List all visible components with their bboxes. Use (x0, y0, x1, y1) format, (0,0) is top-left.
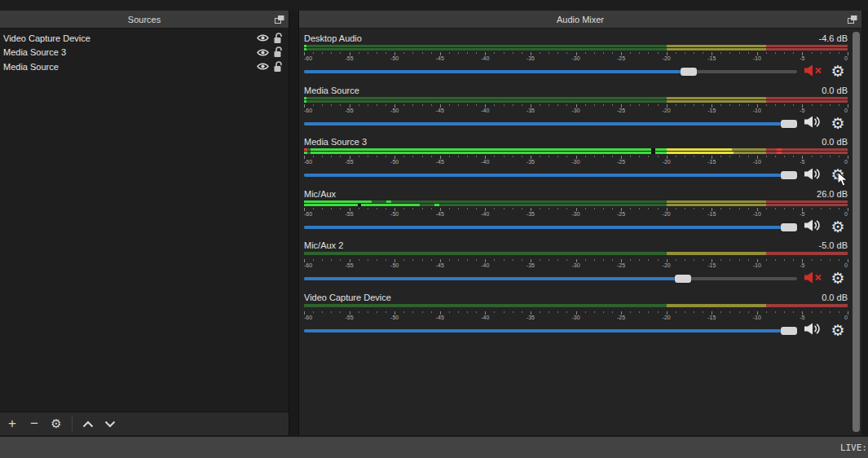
slider-fill (304, 277, 683, 280)
lock-icon[interactable] (271, 46, 284, 58)
scale-tick (612, 311, 613, 313)
move-source-up-button[interactable] (82, 416, 95, 431)
scrollbar-thumb[interactable] (853, 32, 860, 432)
scale-tick (848, 259, 848, 262)
meter-channel (304, 200, 848, 203)
scale-tick (766, 259, 767, 261)
scale-tick (403, 156, 404, 157)
meter-segment (386, 200, 391, 203)
scale-tick (431, 208, 432, 209)
eye-visibility-icon[interactable] (256, 33, 269, 44)
scale-tick (676, 52, 676, 54)
add-source-button[interactable]: + (6, 416, 19, 431)
scale-tick (658, 259, 659, 261)
scale-tick (739, 208, 740, 209)
scale-tick (739, 104, 740, 106)
lock-icon[interactable] (271, 33, 284, 44)
scale-tick (703, 52, 703, 54)
settings-gear-button[interactable]: ⚙ (828, 271, 848, 287)
volume-slider[interactable] (304, 170, 797, 180)
scale-tick (821, 311, 822, 313)
meter-channel (304, 48, 848, 51)
scale-tick (467, 208, 468, 209)
scale-tick (748, 208, 749, 209)
live-status-label: LIVE: (840, 443, 867, 453)
scale-tick-label: -20 (663, 108, 671, 113)
scale-tick (386, 208, 386, 209)
mute-button[interactable] (800, 170, 828, 182)
settings-gear-button[interactable]: ⚙ (828, 167, 848, 183)
scale-tick (422, 156, 423, 157)
scale-tick (359, 156, 359, 157)
mixer-row-head: Desktop Audio-4.6 dB (304, 32, 848, 43)
scale-tick (313, 311, 314, 313)
scale-tick (612, 259, 613, 261)
scale-tick-label: -45 (436, 108, 444, 113)
float-panel-icon[interactable] (275, 15, 284, 24)
volume-slider[interactable] (304, 67, 797, 77)
source-item[interactable]: Media Source (0, 59, 289, 74)
scale-tick (821, 52, 822, 54)
scale-tick (676, 104, 676, 106)
mute-button-muted[interactable] (800, 273, 828, 285)
source-item[interactable]: Media Source 3 (0, 46, 289, 60)
remove-source-button[interactable]: − (28, 416, 41, 431)
scale-tick (748, 259, 749, 261)
volume-slider[interactable] (304, 326, 797, 336)
scale-tick (504, 259, 504, 261)
volume-slider[interactable] (304, 222, 797, 232)
volume-slider[interactable] (304, 274, 797, 284)
status-bar: LIVE: (0, 437, 868, 458)
source-item-label: Media Source (3, 62, 253, 72)
scale-tick (639, 208, 640, 209)
settings-gear-button[interactable]: ⚙ (828, 64, 848, 80)
scale-tick (685, 311, 685, 313)
scale-tick (422, 259, 423, 261)
move-source-down-button[interactable] (104, 416, 117, 431)
sources-toolbar: +−⚙ (0, 412, 289, 435)
scale-tick-label: -40 (481, 55, 489, 61)
scale-tick (685, 259, 685, 261)
lock-icon[interactable] (271, 61, 284, 73)
source-item[interactable]: Video Capture Device (0, 31, 289, 46)
slider-handle[interactable] (781, 120, 797, 128)
scale-tick (812, 259, 813, 261)
scale-tick (720, 52, 721, 54)
audio-mixer-body: Desktop Audio-4.6 dB-60-55-50-45-40-35-3… (299, 29, 861, 435)
settings-gear-button[interactable]: ⚙ (828, 323, 848, 339)
slider-handle[interactable] (681, 68, 697, 76)
slider-handle[interactable] (781, 327, 797, 335)
eye-visibility-icon[interactable] (256, 61, 269, 73)
mute-button-muted[interactable] (800, 66, 828, 78)
source-properties-button[interactable]: ⚙ (50, 416, 63, 431)
scale-tick (313, 52, 314, 54)
scale-tick-label: -45 (436, 211, 444, 217)
scale-tick (540, 208, 540, 209)
eye-visibility-icon[interactable] (256, 46, 269, 58)
scale-tick (694, 52, 694, 54)
scale-tick (549, 52, 549, 54)
scale-tick (368, 311, 368, 313)
scale-tick (340, 311, 341, 313)
slider-handle[interactable] (781, 223, 797, 231)
float-panel-icon[interactable] (848, 15, 857, 24)
mixer-source-name: Desktop Audio (304, 33, 362, 43)
settings-gear-button[interactable]: ⚙ (828, 219, 848, 236)
mute-button[interactable] (800, 117, 828, 130)
volume-slider[interactable] (304, 119, 797, 129)
scale-tick (830, 156, 831, 157)
mute-button[interactable] (800, 324, 828, 337)
mute-button[interactable] (800, 221, 828, 233)
scale-tick (848, 156, 848, 159)
scale-tick-label: -30 (571, 108, 579, 113)
scale-tick-label: -55 (346, 108, 354, 113)
scale-tick (377, 208, 377, 209)
scale-tick (566, 104, 567, 106)
slider-handle[interactable] (675, 275, 691, 283)
meter-segment (304, 97, 306, 99)
slider-handle[interactable] (781, 171, 797, 179)
meter-segment (304, 45, 667, 47)
settings-gear-button[interactable]: ⚙ (828, 116, 848, 132)
mixer-row-head: Video Capture Device0.0 dB (304, 291, 848, 302)
scale-tick (331, 259, 332, 261)
